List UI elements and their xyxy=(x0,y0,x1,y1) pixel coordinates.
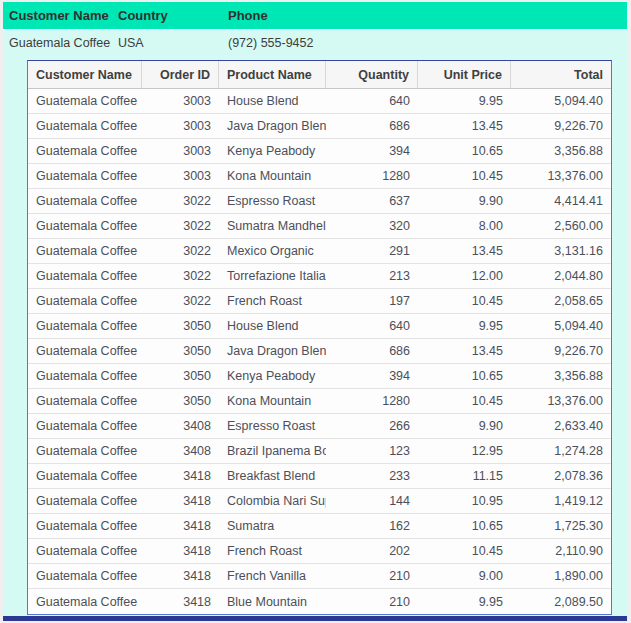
cell-total[interactable]: 1,419.12 xyxy=(511,489,611,513)
cell-total[interactable]: 1,890.00 xyxy=(511,564,611,588)
cell-quantity[interactable]: 320 xyxy=(326,214,418,238)
cell-customer-name[interactable]: Guatemala Coffee xyxy=(28,289,142,313)
cell-quantity[interactable]: 123 xyxy=(326,439,418,463)
table-row[interactable]: Guatemala Coffee 3418 Blue Mountain 210 … xyxy=(28,589,611,614)
cell-product-name[interactable]: Kona Mountain xyxy=(219,389,326,413)
cell-unit-price[interactable]: 9.00 xyxy=(418,564,511,588)
cell-quantity[interactable]: 202 xyxy=(326,539,418,563)
cell-customer-name[interactable]: Guatemala Coffee xyxy=(28,339,142,363)
cell-product-name[interactable]: Mexico Organic xyxy=(219,239,326,263)
cell-unit-price[interactable]: 10.65 xyxy=(418,514,511,538)
cell-quantity[interactable]: 233 xyxy=(326,464,418,488)
cell-product-name[interactable]: Java Dragon Blenc xyxy=(219,339,326,363)
cell-product-name[interactable]: Sumatra xyxy=(219,514,326,538)
cell-unit-price[interactable]: 8.00 xyxy=(418,214,511,238)
cell-quantity[interactable]: 640 xyxy=(326,314,418,338)
customer-name-header[interactable]: Customer Name xyxy=(3,8,112,23)
cell-customer-name[interactable]: Guatemala Coffee xyxy=(28,589,142,614)
cell-quantity[interactable]: 1280 xyxy=(326,164,418,188)
cell-order-id[interactable]: 3418 xyxy=(142,589,219,614)
cell-unit-price[interactable]: 10.65 xyxy=(418,364,511,388)
cell-total[interactable]: 2,110.90 xyxy=(511,539,611,563)
cell-unit-price[interactable]: 13.45 xyxy=(418,114,511,138)
orders-header-product-name[interactable]: Product Name xyxy=(219,61,326,88)
cell-order-id[interactable]: 3418 xyxy=(142,514,219,538)
cell-customer-name[interactable]: Guatemala Coffee xyxy=(28,189,142,213)
cell-customer-name[interactable]: Guatemala Coffee xyxy=(28,489,142,513)
cell-unit-price[interactable]: 13.45 xyxy=(418,339,511,363)
cell-quantity[interactable]: 213 xyxy=(326,264,418,288)
cell-product-name[interactable]: Kenya Peabody xyxy=(219,139,326,163)
cell-customer-name[interactable]: Guatemala Coffee xyxy=(28,414,142,438)
cell-product-name[interactable]: French Roast xyxy=(219,289,326,313)
cell-quantity[interactable]: 210 xyxy=(326,589,418,614)
table-row[interactable]: Guatemala Coffee 3418 Sumatra 162 10.65 … xyxy=(28,514,611,539)
cell-customer-name[interactable]: Guatemala Coffee xyxy=(28,564,142,588)
cell-quantity[interactable]: 1280 xyxy=(326,389,418,413)
cell-total[interactable]: 13,376.00 xyxy=(511,389,611,413)
orders-header-quantity[interactable]: Quantity xyxy=(326,61,418,88)
cell-customer-name[interactable]: Guatemala Coffee xyxy=(28,439,142,463)
phone-value[interactable]: (972) 555-9452 xyxy=(222,36,627,50)
cell-quantity[interactable]: 291 xyxy=(326,239,418,263)
table-row[interactable]: Guatemala Coffee 3003 Kona Mountain 1280… xyxy=(28,164,611,189)
cell-total[interactable]: 3,131.16 xyxy=(511,239,611,263)
cell-unit-price[interactable]: 11.15 xyxy=(418,464,511,488)
cell-unit-price[interactable]: 9.95 xyxy=(418,589,511,614)
cell-product-name[interactable]: House Blend xyxy=(219,89,326,113)
cell-customer-name[interactable]: Guatemala Coffee xyxy=(28,239,142,263)
cell-total[interactable]: 1,274.28 xyxy=(511,439,611,463)
cell-unit-price[interactable]: 10.45 xyxy=(418,164,511,188)
table-row[interactable]: Guatemala Coffee 3003 House Blend 640 9.… xyxy=(28,89,611,114)
cell-quantity[interactable]: 266 xyxy=(326,414,418,438)
cell-customer-name[interactable]: Guatemala Coffee xyxy=(28,389,142,413)
cell-quantity[interactable]: 162 xyxy=(326,514,418,538)
table-row[interactable]: Guatemala Coffee 3022 Mexico Organic 291… xyxy=(28,239,611,264)
cell-customer-name[interactable]: Guatemala Coffee xyxy=(28,364,142,388)
cell-product-name[interactable]: Brazil Ipanema Bo xyxy=(219,439,326,463)
cell-product-name[interactable]: Kona Mountain xyxy=(219,164,326,188)
table-row[interactable]: Guatemala Coffee 3418 Breakfast Blend 23… xyxy=(28,464,611,489)
cell-order-id[interactable]: 3418 xyxy=(142,489,219,513)
cell-total[interactable]: 5,094.40 xyxy=(511,314,611,338)
cell-unit-price[interactable]: 13.45 xyxy=(418,239,511,263)
cell-customer-name[interactable]: Guatemala Coffee xyxy=(28,264,142,288)
table-row[interactable]: Guatemala Coffee 3408 Espresso Roast 266… xyxy=(28,414,611,439)
cell-total[interactable]: 2,058.65 xyxy=(511,289,611,313)
bottom-scroll-bar[interactable] xyxy=(3,616,627,621)
cell-product-name[interactable]: French Vanilla xyxy=(219,564,326,588)
cell-unit-price[interactable]: 10.45 xyxy=(418,389,511,413)
cell-customer-name[interactable]: Guatemala Coffee xyxy=(28,164,142,188)
cell-product-name[interactable]: French Roast xyxy=(219,539,326,563)
cell-product-name[interactable]: Sumatra Mandheli xyxy=(219,214,326,238)
cell-total[interactable]: 2,560.00 xyxy=(511,214,611,238)
orders-header-order-id[interactable]: Order ID xyxy=(142,61,219,88)
table-row[interactable]: Guatemala Coffee 3003 Java Dragon Blenc … xyxy=(28,114,611,139)
cell-order-id[interactable]: 3003 xyxy=(142,89,219,113)
table-row[interactable]: Guatemala Coffee 3050 Kenya Peabody 394 … xyxy=(28,364,611,389)
cell-customer-name[interactable]: Guatemala Coffee xyxy=(28,89,142,113)
cell-unit-price[interactable]: 12.00 xyxy=(418,264,511,288)
cell-quantity[interactable]: 210 xyxy=(326,564,418,588)
cell-total[interactable]: 9,226.70 xyxy=(511,114,611,138)
cell-product-name[interactable]: Kenya Peabody xyxy=(219,364,326,388)
cell-unit-price[interactable]: 9.95 xyxy=(418,89,511,113)
table-row[interactable]: Guatemala Coffee 3418 Colombia Nari Sup … xyxy=(28,489,611,514)
cell-product-name[interactable]: Breakfast Blend xyxy=(219,464,326,488)
cell-order-id[interactable]: 3408 xyxy=(142,439,219,463)
cell-customer-name[interactable]: Guatemala Coffee xyxy=(28,214,142,238)
country-header[interactable]: Country xyxy=(112,8,222,23)
table-row[interactable]: Guatemala Coffee 3418 French Roast 202 1… xyxy=(28,539,611,564)
cell-unit-price[interactable]: 10.45 xyxy=(418,539,511,563)
cell-total[interactable]: 13,376.00 xyxy=(511,164,611,188)
cell-unit-price[interactable]: 10.65 xyxy=(418,139,511,163)
cell-total[interactable]: 1,725.30 xyxy=(511,514,611,538)
cell-product-name[interactable]: Torrefazione Italia xyxy=(219,264,326,288)
cell-order-id[interactable]: 3418 xyxy=(142,564,219,588)
cell-total[interactable]: 9,226.70 xyxy=(511,339,611,363)
table-row[interactable]: Guatemala Coffee 3408 Brazil Ipanema Bo … xyxy=(28,439,611,464)
cell-order-id[interactable]: 3022 xyxy=(142,264,219,288)
cell-quantity[interactable]: 686 xyxy=(326,114,418,138)
cell-order-id[interactable]: 3418 xyxy=(142,539,219,563)
cell-order-id[interactable]: 3050 xyxy=(142,314,219,338)
